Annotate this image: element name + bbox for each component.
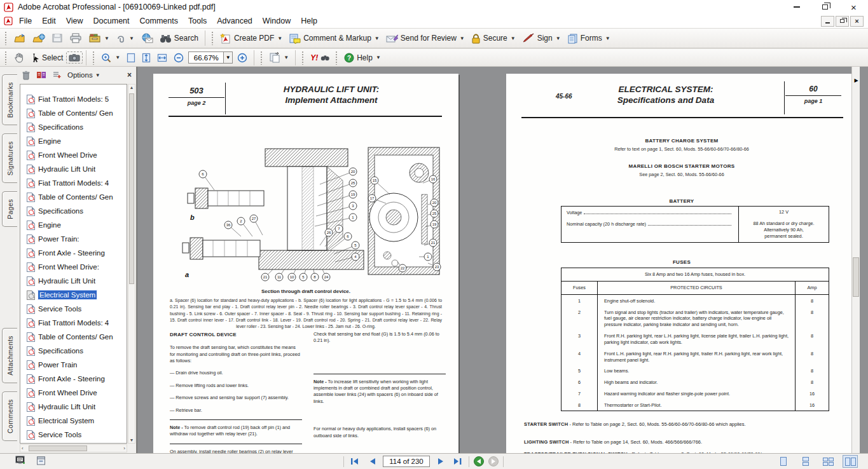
delete-bookmark-icon[interactable]	[22, 71, 31, 80]
create-pdf-button[interactable]: Create PDF▼	[217, 32, 286, 45]
close-panel-icon[interactable]: ×	[127, 71, 132, 79]
bookmark-item[interactable]: Power Train	[20, 358, 127, 372]
pdf-page-icon[interactable]	[27, 207, 35, 216]
nav-tab-bookmarks[interactable]: Bookmarks	[2, 74, 17, 125]
next-view-button[interactable]	[488, 456, 499, 466]
forms-button[interactable]: Forms▼	[564, 32, 614, 45]
pdf-page-icon[interactable]	[27, 234, 35, 244]
bookmark-item[interactable]: Engine	[20, 134, 127, 148]
bookmarks-vertical-scrollbar[interactable]: ▲ ▼	[128, 84, 135, 444]
menu-comments[interactable]: Comments	[135, 15, 183, 27]
menu-view[interactable]: View	[61, 15, 88, 27]
zoom-in-tool-button[interactable]: ▼	[98, 51, 123, 64]
bookmark-item[interactable]: Front Axle - Steering	[20, 246, 127, 260]
pdf-page-icon[interactable]	[27, 332, 35, 342]
doc-restore-button[interactable]	[836, 16, 849, 27]
nav-tab-signatures[interactable]: Signatures	[2, 133, 17, 183]
pdf-page-icon[interactable]	[27, 109, 35, 118]
pdf-page-icon[interactable]	[27, 290, 35, 300]
pdf-page-icon[interactable]	[27, 248, 35, 258]
pdf-page-icon[interactable]	[27, 262, 35, 272]
menu-window[interactable]: Window	[258, 15, 296, 27]
previous-view-button[interactable]	[474, 456, 484, 466]
pdf-page-icon[interactable]	[27, 416, 35, 426]
continuous-facing-button[interactable]	[820, 455, 836, 468]
toolbar-grip[interactable]	[335, 51, 338, 65]
actual-size-button[interactable]	[123, 51, 139, 64]
bookmark-item[interactable]: Front Wheel Drive	[20, 148, 127, 162]
bookmark-item[interactable]: Power Train:	[20, 232, 127, 246]
scrollbar-thumb[interactable]	[129, 93, 134, 284]
menu-document[interactable]: Document	[88, 15, 135, 27]
pdf-page-icon[interactable]	[27, 276, 35, 286]
page-display-button[interactable]: ▼	[266, 51, 292, 64]
show-hide-panel-arrow[interactable]: ▶	[852, 75, 860, 85]
bookmark-item[interactable]: Front Axle - Steering	[20, 372, 127, 386]
doc-minimize-button[interactable]	[821, 16, 834, 27]
select-tool-button[interactable]: Select	[27, 51, 66, 64]
hand-tool-button[interactable]	[10, 51, 27, 64]
save-button[interactable]	[48, 32, 66, 44]
search-button[interactable]: Search	[156, 32, 202, 44]
zoom-in-button[interactable]	[234, 51, 251, 64]
pdf-page-icon[interactable]	[27, 402, 35, 412]
bookmarks-options-button[interactable]: Options▼	[67, 71, 100, 79]
pdf-page-icon[interactable]	[27, 193, 35, 202]
menu-file[interactable]: File	[14, 15, 37, 27]
toolbar-grip[interactable]	[92, 51, 95, 65]
zoom-level-input[interactable]: 66.67%	[188, 51, 224, 64]
zoom-out-button[interactable]	[170, 51, 187, 64]
scrollbar-thumb[interactable]	[29, 445, 87, 451]
restore-button[interactable]	[811, 0, 839, 14]
first-page-button[interactable]	[348, 456, 361, 468]
close-button[interactable]: ×	[839, 0, 868, 14]
bookmarks-horizontal-scrollbar[interactable]: ‹ ›	[20, 444, 127, 452]
bookmark-item[interactable]: Service Tools	[20, 302, 127, 316]
bookmark-item[interactable]: Front Wheel Drive:	[20, 260, 127, 274]
pdf-page-icon[interactable]	[27, 137, 35, 146]
fit-page-button[interactable]	[139, 51, 154, 64]
document-vertical-scrollbar[interactable]: ▶	[851, 67, 860, 453]
menu-advanced[interactable]: Advanced	[212, 15, 258, 27]
bookmark-item[interactable]: Electrical System	[20, 288, 127, 302]
toolbar-grip[interactable]	[211, 31, 214, 45]
pdf-page-icon[interactable]	[27, 360, 35, 370]
send-for-review-button[interactable]: Send for Review▼	[383, 32, 468, 44]
menu-tools[interactable]: Tools	[183, 15, 212, 27]
bookmark-item[interactable]: Service Tools	[20, 428, 127, 442]
yahoo-search-button[interactable]: Y!	[307, 52, 333, 64]
pdf-page-icon[interactable]	[27, 374, 35, 384]
menu-edit[interactable]: Edit	[37, 15, 61, 27]
toolbar-grip[interactable]	[260, 51, 263, 65]
bookmark-item[interactable]: Hydraulic Lift Unit	[20, 400, 127, 414]
toolbar-grip[interactable]	[4, 31, 8, 45]
open-web-page-button[interactable]	[29, 32, 48, 44]
monitor-icon[interactable]	[15, 456, 26, 466]
print-button[interactable]	[66, 32, 85, 44]
zoom-level-dropdown[interactable]: ▼	[224, 51, 233, 64]
facing-button[interactable]	[843, 455, 858, 468]
page-number-input[interactable]: 114 of 230	[383, 456, 430, 467]
pdf-page-icon[interactable]	[27, 95, 35, 104]
pdf-page-icon[interactable]	[27, 165, 35, 174]
snapshot-tool-button[interactable]	[66, 51, 83, 64]
scrollbar-thumb[interactable]	[853, 257, 859, 297]
fit-width-button[interactable]	[154, 51, 170, 64]
previous-page-button[interactable]	[366, 456, 378, 468]
pdf-page-icon[interactable]	[27, 179, 35, 188]
bookmark-item[interactable]: Fiat Trattori Models: 4	[20, 176, 127, 190]
bookmark-item[interactable]: Specifications	[20, 120, 127, 134]
pdf-page-icon[interactable]	[27, 388, 35, 398]
comment-markup-button[interactable]: Comment & Markup▼	[286, 32, 383, 45]
nav-tab-attachments[interactable]: Attachments	[2, 328, 17, 383]
pdf-page-icon[interactable]	[27, 123, 35, 132]
open-button[interactable]	[10, 32, 29, 44]
pdf-page-icon[interactable]	[27, 221, 35, 230]
bookmark-item[interactable]: Hydraulic Lift Unit	[20, 162, 127, 176]
menu-help[interactable]: Help	[296, 15, 322, 27]
pdf-page-icon[interactable]	[27, 318, 35, 328]
scroll-right-arrow[interactable]: ›	[123, 445, 125, 451]
scroll-up-arrow[interactable]: ▲	[128, 85, 135, 90]
pdf-page-icon[interactable]	[27, 151, 35, 160]
bookmark-item[interactable]: Electrical System	[20, 414, 127, 428]
